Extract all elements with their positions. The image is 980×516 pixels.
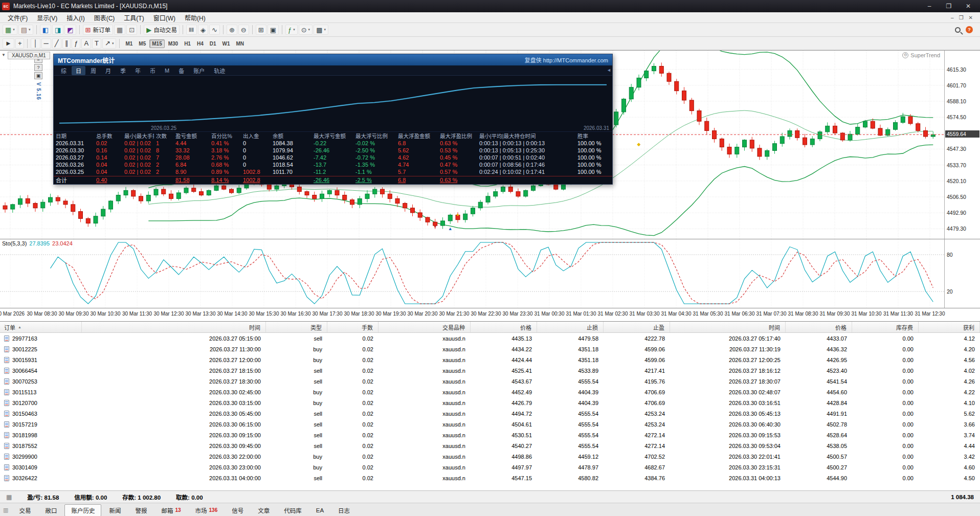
navigator-button[interactable]: ◩ (64, 25, 76, 35)
menu-帮助(H)[interactable]: 帮助(H) (180, 14, 210, 23)
panel-tab-账户[interactable]: 账户 (189, 66, 209, 75)
bottom-tab-市场[interactable]: 市场136 (189, 504, 225, 516)
vline-tool[interactable]: │ (31, 38, 40, 49)
history-row[interactable]: 300664542026.03.27 18:15:00sell0.02xauus… (0, 365, 980, 376)
cascade-windows-button[interactable]: ▣ (268, 25, 279, 35)
label-tool[interactable]: T (92, 38, 101, 49)
panel-tab-季[interactable]: 季 (116, 66, 130, 75)
time-axis[interactable]: 30 Mar 202630 Mar 08:3030 Mar 09:3030 Ma… (0, 308, 980, 321)
panel-tab-日[interactable]: 日 (72, 66, 85, 75)
bottom-tab-交易[interactable]: 交易 (12, 504, 37, 516)
history-row[interactable]: 301504632026.03.30 05:45:00sell0.02xauus… (0, 408, 980, 419)
history-column-header[interactable]: 类型 (266, 322, 327, 332)
bottom-tab-信号[interactable]: 信号 (225, 504, 250, 516)
menu-工具(T)[interactable]: 工具(T) (119, 14, 148, 23)
panel-tab-综[interactable]: 综 (57, 66, 71, 75)
text-tool[interactable]: A (81, 38, 91, 49)
print-button[interactable]: ▦ (114, 25, 125, 35)
restore-button[interactable]: ❐ (939, 1, 959, 12)
history-row[interactable]: 301819982026.03.30 09:15:00sell0.02xauus… (0, 430, 980, 440)
timeframe-D1[interactable]: D1 (207, 39, 219, 48)
candlestick-button[interactable]: ◈ (198, 25, 208, 35)
minimize-button[interactable]: – (920, 1, 939, 12)
periods-button[interactable]: ⊙▾ (299, 25, 313, 35)
panel-collapse-icon[interactable]: ◄ (607, 68, 611, 73)
history-column-header[interactable]: 订单▲ (0, 322, 82, 332)
panel-tab-年[interactable]: 年 (131, 66, 145, 75)
shapes-tool[interactable]: ↗▾ (102, 38, 116, 49)
history-body[interactable]: 299771632026.03.27 05:15:00sell0.02xauus… (0, 333, 980, 483)
mtcommander-brand-link[interactable]: 复盘侠 http://MTCommander.com (525, 56, 608, 64)
panel-tab-月[interactable]: 月 (101, 66, 115, 75)
data-window-button[interactable]: ◨ (52, 25, 63, 35)
history-column-header[interactable]: 价格 (471, 322, 537, 332)
price-axis[interactable]: 4615.304601.704588.104574.504560.904547.… (944, 51, 980, 239)
search-icon[interactable] (955, 27, 961, 33)
timeframe-W1[interactable]: W1 (220, 39, 233, 48)
panel-tab-周[interactable]: 周 (86, 66, 100, 75)
history-row[interactable]: 299771632026.03.27 05:15:00sell0.02xauus… (0, 333, 980, 344)
history-column-header[interactable]: 交易品种 (378, 322, 471, 332)
history-column-header[interactable]: 止损 (537, 322, 604, 332)
timeframe-H4[interactable]: H4 (194, 39, 206, 48)
menu-插入(I)[interactable]: 插入(I) (62, 14, 89, 23)
child-close-button[interactable]: ✕ (969, 15, 973, 20)
history-row[interactable]: 302999002026.03.30 22:00:00buy0.02xauusd… (0, 451, 980, 462)
panel-tab-轨迹[interactable]: 轨迹 (210, 66, 229, 75)
mtcommander-header[interactable]: MTCommander统计 复盘侠 http://MTCommander.com (54, 54, 612, 65)
panel-tab-备[interactable]: 备 (174, 66, 188, 75)
fibonacci-tool[interactable]: ƒ (72, 38, 80, 49)
history-column-header[interactable]: 手数 (327, 322, 378, 332)
history-row[interactable]: 301207002026.03.30 03:15:00buy0.02xauusd… (0, 397, 980, 408)
templates-button[interactable]: ▩▾ (314, 25, 328, 35)
history-row[interactable]: 303264222026.03.31 04:00:00sell0.02xauus… (0, 473, 980, 483)
zoom-out-button[interactable]: ⊖ (238, 25, 249, 35)
bottom-tab-账户历史[interactable]: 账户历史 (64, 504, 101, 516)
crosshair-tool[interactable]: + (15, 38, 25, 49)
panel-tab-币[interactable]: 币 (146, 66, 160, 75)
line-chart-button[interactable]: ∿ (209, 25, 220, 35)
timeframe-M30[interactable]: M30 (166, 39, 181, 48)
menu-图表(C)[interactable]: 图表(C) (90, 14, 120, 23)
timeframe-M15[interactable]: M15 (149, 39, 164, 48)
bottom-tab-警报[interactable]: 警报 (128, 504, 153, 516)
bottom-tab-文章[interactable]: 文章 (251, 504, 276, 516)
help-icon[interactable]: ? (966, 26, 973, 33)
bottom-tab-代码库[interactable]: 代码库 (277, 504, 308, 516)
market-watch-button[interactable]: ◧ (40, 25, 51, 35)
history-row[interactable]: 303014092026.03.30 23:00:00buy0.02xauusd… (0, 462, 980, 473)
autotrade-button[interactable]: ▶自动交易 (144, 25, 180, 35)
bottom-tab-EA[interactable]: EA (309, 504, 330, 516)
panel-tab-M[interactable]: M (161, 67, 173, 74)
trendline-tool[interactable]: ╱ (52, 38, 61, 49)
history-column-header[interactable]: 止盈 (604, 322, 670, 332)
panel-grip-icon[interactable]: ▥ (3, 507, 8, 513)
menu-窗口(W)[interactable]: 窗口(W) (149, 14, 180, 23)
child-minimize-button[interactable]: – (951, 15, 954, 20)
new-chart-button[interactable]: ▦▾ (3, 25, 17, 35)
bar-chart-button[interactable]: ≣ (186, 25, 197, 35)
menu-文件(F)[interactable]: 文件(F) (3, 14, 32, 23)
tile-windows-button[interactable]: ⊞ (256, 25, 266, 35)
history-column-header[interactable]: 获利 (919, 322, 980, 332)
timeframe-H1[interactable]: H1 (182, 39, 193, 48)
history-row[interactable]: 300159312026.03.27 12:00:00buy0.02xauusd… (0, 354, 980, 365)
panel-help-button[interactable]: ? (34, 64, 42, 71)
cursor-tool[interactable]: ► (3, 38, 14, 49)
menu-显示(V)[interactable]: 显示(V) (32, 14, 62, 23)
stochastic-plot[interactable]: Sto(5,3,3)27.839523.0424 (0, 239, 944, 308)
bottom-tab-敞口[interactable]: 敞口 (38, 504, 63, 516)
timeframe-MN[interactable]: MN (234, 39, 247, 48)
zoom-in-button[interactable]: ⊕ (227, 25, 237, 35)
chart-list-caret-icon[interactable]: ▼ (2, 53, 6, 57)
history-row[interactable]: 301151132026.03.30 02:45:00buy0.02xauusd… (0, 387, 980, 397)
history-column-header[interactable]: 价格 (786, 322, 852, 332)
history-row[interactable]: 301875522026.03.30 09:45:00sell0.02xauus… (0, 440, 980, 451)
bottom-tab-日志[interactable]: 日志 (331, 504, 357, 516)
panel-settings-button[interactable]: ▣ (34, 72, 42, 79)
child-restore-button[interactable]: ❐ (959, 15, 964, 20)
indicators-button[interactable]: ƒ▾ (285, 25, 298, 35)
history-column-header[interactable]: 库存费 (852, 322, 919, 332)
timeframe-M5[interactable]: M5 (136, 39, 148, 48)
bottom-tab-邮箱[interactable]: 邮箱13 (154, 504, 187, 516)
